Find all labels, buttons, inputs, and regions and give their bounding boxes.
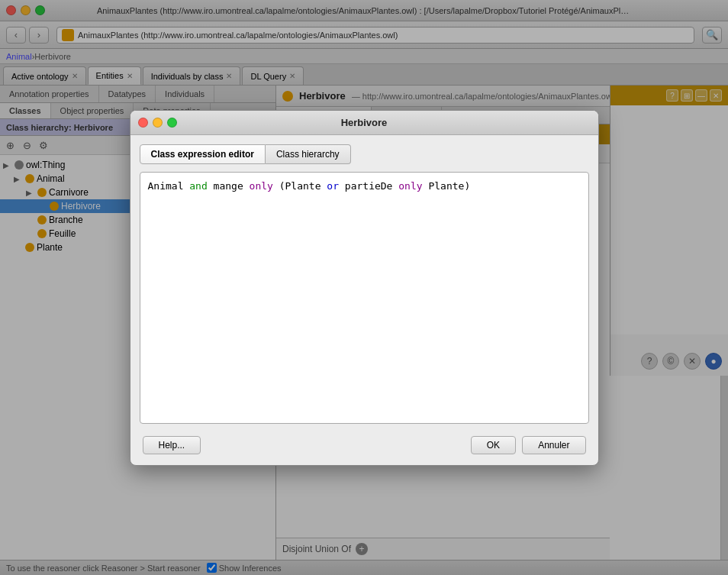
- expr-only1: only: [250, 180, 273, 192]
- expr-mange: mange: [208, 180, 250, 192]
- modal-body: Class expression editor Class hierarchy …: [130, 135, 598, 465]
- expr-paren-open: (Plante: [273, 180, 327, 192]
- cancel-button[interactable]: Annuler: [522, 436, 585, 454]
- modal-dialog: Herbivore Class expression editor Class …: [130, 110, 599, 466]
- expr-or: or: [327, 180, 339, 192]
- modal-btn-group: OK Annuler: [471, 436, 586, 454]
- expr-plante-close: Plante): [423, 180, 471, 192]
- modal-tabs: Class expression editor Class hierarchy: [140, 144, 589, 164]
- modal-tab-class-hierarchy[interactable]: Class hierarchy: [266, 144, 351, 164]
- modal-editor-area[interactable]: Animal and mange only (Plante or partieD…: [140, 172, 589, 424]
- modal-close-button[interactable]: [138, 118, 148, 128]
- expr-animal: Animal: [148, 180, 190, 192]
- modal-overlay: Herbivore Class expression editor Class …: [0, 0, 728, 575]
- help-button[interactable]: Help...: [143, 436, 201, 454]
- modal-maximize-button[interactable]: [167, 118, 177, 128]
- modal-title: Herbivore: [341, 117, 388, 128]
- ok-button[interactable]: OK: [471, 436, 516, 454]
- modal-title-bar: Herbivore: [130, 111, 598, 135]
- modal-footer: Help... OK Annuler: [140, 431, 589, 456]
- modal-tab-class-expression-editor[interactable]: Class expression editor: [140, 144, 266, 164]
- modal-win-controls: [138, 118, 177, 128]
- modal-minimize-button[interactable]: [153, 118, 163, 128]
- expr-and: and: [189, 180, 207, 192]
- expr-only2: only: [398, 180, 422, 192]
- expr-partiede: partieDe: [339, 180, 398, 192]
- expression-text: Animal and mange only (Plante or partieD…: [148, 180, 471, 192]
